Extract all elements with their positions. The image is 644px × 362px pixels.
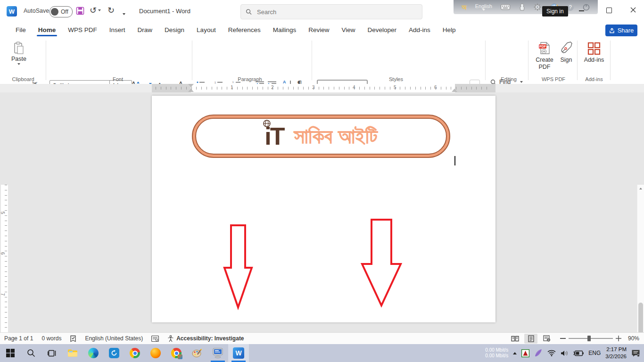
sign-pen-icon [559, 41, 573, 56]
zoom-slider[interactable] [569, 338, 613, 339]
tab-references[interactable]: References [222, 24, 267, 37]
quick-access-more-button[interactable] [123, 8, 125, 17]
tab-mailings[interactable]: Mailings [267, 24, 303, 37]
language-indicator[interactable]: English (United States) [81, 333, 147, 344]
battery-charging-icon[interactable] [573, 350, 584, 356]
screen-share-app-icon[interactable] [207, 344, 228, 362]
avro-exit-power-icon[interactable] [583, 4, 590, 11]
tab-design[interactable]: Design [158, 24, 190, 37]
zoom-out-button[interactable] [560, 338, 566, 339]
word-taskbar-icon[interactable]: W [228, 344, 249, 362]
tab-insert[interactable]: Insert [103, 24, 132, 37]
paste-button[interactable]: Paste [11, 41, 26, 65]
paint-app-icon[interactable] [187, 344, 207, 362]
close-button[interactable] [630, 7, 636, 13]
tray-expand-chevron-icon[interactable] [513, 352, 517, 354]
redo-button[interactable]: ↻ [107, 5, 115, 15]
document-canvas[interactable]: 5 6 7 8 iT সাকিব আইটি [0, 92, 644, 332]
document-page[interactable]: iT সাকিব আইটি [152, 96, 495, 322]
avro-language-selector[interactable]: English [475, 3, 492, 11]
tab-review[interactable]: Review [302, 24, 335, 37]
wifi-icon[interactable] [547, 350, 556, 356]
avro-keyboard-layout-icon[interactable] [501, 4, 510, 10]
share-button[interactable]: Share [605, 25, 637, 36]
addins-button[interactable]: Add-ins [582, 41, 606, 63]
paste-dropdown-caret-icon[interactable] [17, 63, 20, 65]
zoom-in-button[interactable] [616, 336, 621, 341]
first-line-indent-marker[interactable] [188, 84, 194, 87]
undo-dropdown-caret-icon[interactable] [98, 9, 101, 11]
action-center-icon[interactable] [631, 349, 640, 357]
task-view-button[interactable] [41, 344, 62, 362]
proofing-status[interactable] [66, 333, 81, 344]
minimize-button[interactable] [579, 10, 584, 11]
ruler-number: 1 [231, 85, 233, 90]
read-mode-icon [511, 336, 519, 342]
speaker-volume-icon[interactable] [561, 350, 569, 357]
autosave-toggle[interactable]: Off [50, 6, 73, 17]
addins-label: Add-ins [584, 57, 604, 63]
save-button[interactable] [76, 7, 84, 15]
search-box[interactable] [240, 4, 422, 19]
create-pdf-icon: PDF [538, 41, 551, 56]
tab-help[interactable]: Help [437, 24, 462, 37]
word-logo-icon: W [233, 347, 244, 359]
right-indent-marker[interactable] [452, 89, 457, 92]
start-button[interactable] [0, 344, 21, 362]
avro-mouse-tool-icon[interactable] [519, 3, 525, 11]
print-layout-button[interactable] [524, 334, 537, 344]
word-count[interactable]: 0 words [37, 333, 66, 344]
accessibility-status[interactable]: Accessibility: Investigate [163, 333, 248, 344]
save-icon [76, 7, 84, 15]
sign-button[interactable]: Sign [558, 41, 574, 63]
addins-group-label: Add-ins [582, 76, 606, 82]
read-mode-button[interactable] [508, 334, 521, 344]
hanging-indent-marker[interactable] [188, 89, 194, 92]
clock-date-value: 3/2/2026 [605, 353, 627, 360]
toggle-knob-icon [51, 8, 58, 16]
chrome-alt-browser-icon[interactable] [166, 344, 187, 362]
clock-date[interactable]: 2:17 PM 3/2/2026 [605, 346, 627, 360]
tab-home[interactable]: Home [32, 24, 62, 37]
tab-file[interactable]: File [9, 24, 32, 37]
undo-button[interactable]: ↺ [90, 5, 101, 15]
scroll-up-arrow-icon[interactable] [639, 188, 642, 189]
tab-developer[interactable]: Developer [362, 24, 403, 37]
share-icon [609, 28, 615, 33]
tab-layout[interactable]: Layout [190, 24, 222, 37]
screen-recorder-app-icon[interactable] [104, 344, 124, 362]
zoom-percentage[interactable]: 90% [624, 335, 639, 342]
autosave-state: Off [61, 8, 68, 15]
tab-draw[interactable]: Draw [132, 24, 159, 37]
tab-wps-pdf[interactable]: WPS PDF [62, 24, 103, 37]
avro-settings-gear-icon[interactable] [534, 3, 541, 11]
edge-browser-icon[interactable] [83, 344, 104, 362]
chrome-browser-icon[interactable] [124, 344, 145, 362]
file-explorer-icon[interactable] [62, 344, 83, 362]
page-indicator[interactable]: Page 1 of 1 [0, 333, 37, 344]
web-layout-button[interactable] [540, 334, 553, 344]
zoom-slider-thumb[interactable] [587, 336, 591, 341]
tray-app-icon[interactable] [521, 349, 529, 357]
avro-language-label: English [475, 3, 492, 9]
badge-overlay-icon [178, 354, 182, 359]
editing-group-label: Editing [490, 76, 527, 82]
input-language-indicator[interactable]: ENG [588, 350, 601, 356]
firefox-browser-icon[interactable] [145, 344, 166, 362]
text-predictions-indicator[interactable] [147, 333, 163, 344]
avro-bangla-icon[interactable]: অ [462, 3, 466, 12]
word-logo-icon: W [7, 6, 17, 16]
search-input[interactable] [256, 8, 417, 16]
avro-feather-tray-icon[interactable] [534, 349, 543, 357]
autosave-label: AutoSave [24, 8, 49, 14]
tab-add-ins[interactable]: Add-ins [403, 24, 437, 37]
create-pdf-button[interactable]: PDF Create PDF [534, 41, 555, 71]
word-app-icon[interactable]: W [7, 6, 17, 16]
horizontal-ruler[interactable]: 1 2 3 4 5 6 [0, 84, 644, 92]
logo-shape[interactable]: iT সাকিব আইটি [192, 115, 450, 158]
maximize-button[interactable] [606, 8, 612, 13]
network-speed-monitor: 0.00 Mbit/s 0.00 Mbit/s [485, 347, 508, 359]
proofing-book-icon [70, 335, 76, 342]
tab-view[interactable]: View [336, 24, 362, 37]
taskbar-search-button[interactable] [21, 344, 41, 362]
